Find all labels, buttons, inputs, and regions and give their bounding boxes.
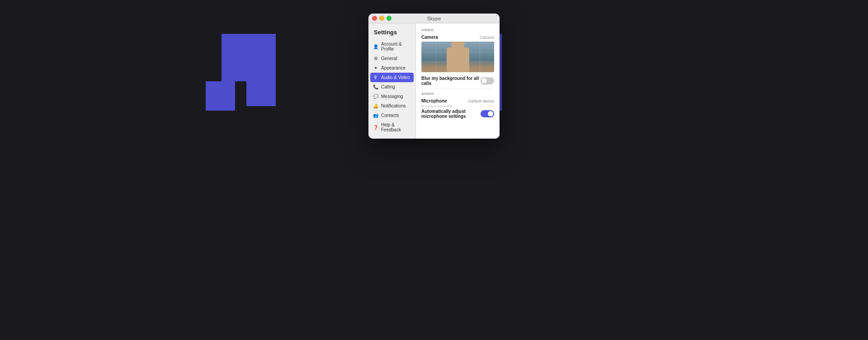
blur-setting-row: Blur my background for all calls (421, 76, 494, 86)
camera-setting-row: Camera Camera (421, 35, 494, 40)
mic-dot-3 (428, 105, 430, 107)
sidebar-item-messaging[interactable]: 💬 Messaging (368, 92, 415, 101)
mic-dot-4 (431, 105, 433, 107)
sidebar-item-label: Calling (381, 84, 395, 89)
sidebar-item-label: Notifications (381, 103, 406, 108)
main-content: VIDEO Camera Camera Blur my background f… (416, 23, 500, 139)
mic-dot-1 (421, 105, 424, 107)
microphone-value: Default device (468, 99, 494, 103)
microphone-label: Microphone (421, 98, 447, 103)
sidebar: Settings 👤 Account & Profile ⚙ General ✦… (368, 23, 416, 139)
help-icon: ❓ (373, 125, 378, 130)
title-bar: Skype (368, 14, 500, 23)
auto-adjust-setting-row: Automatically adjust microphone settings (421, 109, 494, 119)
sidebar-item-label: Account & Profile (381, 42, 411, 51)
microphone-setting-row: Microphone Default device (421, 98, 494, 103)
video-section-label: VIDEO (421, 28, 494, 32)
traffic-lights (372, 16, 392, 21)
window-body: Settings 👤 Account & Profile ⚙ General ✦… (368, 23, 500, 139)
mic-dot-9 (447, 105, 449, 107)
mic-dot-7 (440, 105, 443, 107)
blur-toggle[interactable] (481, 77, 494, 84)
auto-adjust-label: Automatically adjust microphone settings (421, 109, 481, 119)
mic-dot-10 (450, 105, 452, 107)
sidebar-item-calling[interactable]: 📞 Calling (368, 82, 415, 92)
sidebar-item-general[interactable]: ⚙ General (368, 54, 415, 63)
camera-label: Camera (421, 35, 438, 40)
section-divider (421, 88, 494, 89)
sidebar-item-notifications[interactable]: 🔔 Notifications (368, 101, 415, 111)
camera-value: Camera (480, 35, 494, 40)
sidebar-item-appearance[interactable]: ✦ Appearance (368, 63, 415, 73)
window-title: Skype (427, 16, 441, 21)
close-button[interactable] (372, 16, 377, 21)
mic-dot-8 (443, 105, 446, 107)
mic-level-indicator (421, 105, 494, 107)
sidebar-item-audio-video[interactable]: 🎙 Audio & Video (370, 73, 414, 82)
auto-adjust-toggle[interactable] (481, 110, 494, 117)
toggle-knob-auto (488, 111, 493, 116)
camera-preview (421, 42, 494, 72)
mic-dot-2 (425, 105, 427, 107)
sidebar-item-help[interactable]: ❓ Help & Feedback (368, 120, 415, 135)
notifications-icon: 🔔 (373, 103, 378, 108)
sidebar-item-label: General (381, 56, 397, 61)
bg-shape-left-bottom (206, 81, 235, 111)
minimize-button[interactable] (379, 16, 384, 21)
sidebar-item-label: Contacts (381, 113, 399, 118)
calling-icon: 📞 (373, 84, 378, 89)
maximize-button[interactable] (387, 16, 392, 21)
skype-window: Skype Settings 👤 Account & Profile ⚙ Gen… (368, 14, 500, 139)
sidebar-item-label: Audio & Video (381, 75, 410, 80)
contacts-icon: 👥 (373, 113, 378, 118)
sidebar-item-label: Appearance (381, 65, 406, 70)
sidebar-item-label: Help & Feedback (381, 122, 411, 132)
blur-label: Blur my background for all calls (421, 76, 481, 86)
sidebar-title: Settings (368, 27, 415, 39)
sidebar-item-contacts[interactable]: 👥 Contacts (368, 111, 415, 120)
camera-bg (421, 42, 494, 72)
mic-dot-6 (437, 105, 439, 107)
audio-section-label: AUDIO (421, 92, 494, 96)
audio-video-icon: 🎙 (373, 75, 378, 80)
sidebar-item-label: Messaging (381, 94, 403, 99)
account-icon: 👤 (373, 44, 378, 49)
messaging-icon: 💬 (373, 94, 378, 99)
toggle-knob (481, 78, 487, 84)
appearance-icon: ✦ (373, 65, 378, 70)
general-icon: ⚙ (373, 56, 378, 61)
person-body (447, 47, 469, 72)
sidebar-item-account[interactable]: 👤 Account & Profile (368, 39, 415, 54)
mic-dot-5 (434, 105, 436, 107)
